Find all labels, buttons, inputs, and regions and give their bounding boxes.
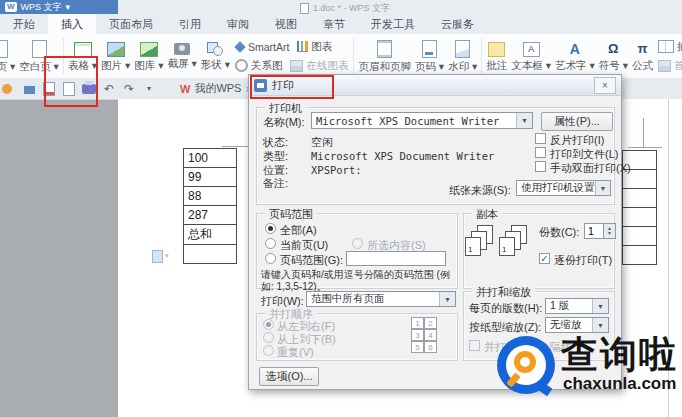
collate-checkbox[interactable]: ✓ — [539, 253, 550, 264]
order-left-right-radio — [263, 319, 274, 330]
options-button[interactable]: 选项(O)... — [259, 367, 319, 386]
printer-type-value: Microsoft XPS Document Writer — [311, 150, 494, 162]
undo-icon: ↶ — [104, 82, 114, 96]
magnifier-icon — [514, 351, 536, 373]
page-range-hint: 请键入页码和/或用逗号分隔的页码范围 (例如: 1,3,5-12)。 — [261, 269, 453, 293]
drop-cap-button: 首字下沉 — [658, 59, 682, 73]
relation-chart-button[interactable]: 关系图 — [235, 59, 283, 73]
watermark-button[interactable]: 水印 ▾ — [446, 40, 479, 72]
omega-icon: Ω — [599, 41, 628, 57]
manual-duplex-label: 手动双面打印(X) — [550, 161, 631, 176]
table-cell[interactable]: 100 — [184, 149, 237, 168]
object-group: 插入数字 对象 ▾ 首字下沉 附件 — [655, 40, 682, 73]
redo-button[interactable]: ↷ — [120, 81, 138, 97]
tab-home[interactable]: 开始 — [0, 14, 48, 34]
page-range-input[interactable] — [346, 251, 446, 266]
ribbon-tab-bar: 开始 插入 页面布局 引用 审阅 视图 章节 开发工具 云服务 — [0, 14, 682, 34]
status-dot-icon — [2, 84, 12, 94]
tab-section[interactable]: 章节 — [310, 14, 358, 34]
chart-button[interactable]: 图表 — [297, 40, 332, 54]
insert-number-button[interactable]: 插入数字 — [658, 40, 682, 54]
table-cell[interactable] — [623, 227, 657, 246]
header-footer-button[interactable]: 页眉和页脚 — [356, 40, 413, 72]
tab-view[interactable]: 视图 — [262, 14, 310, 34]
table-guide-mark — [628, 147, 662, 148]
comment-button[interactable]: 批注 — [484, 42, 509, 71]
chaxunla-watermark: 查询啦 chaxunla.com — [497, 328, 682, 408]
diagram-group: SmartArt 图表 关系图 在线图表 — [232, 40, 352, 73]
smartart-button[interactable]: SmartArt — [235, 41, 289, 53]
tab-insert[interactable]: 插入 — [48, 14, 96, 34]
relation-chart-icon — [235, 59, 248, 72]
tab-references[interactable]: 引用 — [166, 14, 214, 34]
printer-comment-label: 备注: — [263, 176, 288, 191]
wps-app-menu[interactable]: W WPS 文字 ▾ — [0, 0, 118, 14]
order-preview-grid: 12 34 56 — [411, 317, 437, 353]
table-cell[interactable]: 88 — [184, 187, 237, 206]
tab-developer[interactable]: 开发工具 — [358, 14, 428, 34]
print-to-file-label: 打印到文件(L) — [550, 147, 618, 162]
range-selection-radio — [352, 238, 363, 249]
formula-button[interactable]: π 公式 — [630, 41, 655, 71]
ribbon-separator — [481, 38, 482, 74]
copies-spinner[interactable]: ▲▼ — [603, 223, 616, 239]
tab-review[interactable]: 审阅 — [214, 14, 262, 34]
undo-button[interactable]: ↶ — [100, 81, 118, 97]
tab-page-layout[interactable]: 页面布局 — [96, 14, 166, 34]
chart-icon — [297, 41, 308, 52]
reverse-print-checkbox[interactable] — [535, 133, 546, 144]
order-repeat-radio — [263, 345, 274, 356]
table-cell[interactable]: 99 — [184, 168, 237, 187]
page-break-button[interactable]: 分页 ▾ — [0, 40, 17, 72]
table-cell[interactable]: 287 — [184, 206, 237, 225]
document-table-left[interactable]: 100 99 88 287 总和 — [183, 148, 237, 264]
pages-per-sheet-select[interactable]: 1 版 ▼ — [545, 298, 609, 314]
printer-name-label: 名称(M): — [263, 115, 305, 130]
table-cell[interactable] — [623, 246, 657, 265]
printer-properties-button[interactable]: 属性(P)... — [541, 112, 613, 131]
text-box-button[interactable]: A 文本框 ▾ — [509, 42, 553, 71]
printer-status-value: 空闲 — [311, 135, 333, 150]
symbol-button[interactable]: Ω 符号 ▾ — [597, 41, 630, 71]
gallery-icon — [140, 42, 158, 57]
reverse-print-label: 反片打印(I) — [550, 133, 604, 148]
range-all-radio[interactable] — [265, 223, 276, 234]
tab-my-wps[interactable]: W 我的WPS × — [172, 78, 260, 99]
combo-arrow-icon: ▼ — [439, 292, 455, 306]
range-pages-radio[interactable] — [265, 253, 276, 264]
table-cell[interactable] — [184, 245, 237, 264]
floating-caret-icon: ▾ — [165, 252, 169, 260]
pages-per-sheet-label: 每页的版数(H): — [469, 301, 542, 316]
picture-button[interactable]: 图片 ▾ — [99, 42, 132, 71]
paper-source-select[interactable]: 使用打印机设置 ▼ — [516, 180, 611, 196]
tab-cloud[interactable]: 云服务 — [428, 14, 487, 34]
table-cell[interactable] — [623, 208, 657, 227]
range-current-radio[interactable] — [265, 238, 276, 249]
range-pages-label: 页码范围(G): — [280, 253, 343, 268]
wordart-button[interactable]: A 艺术字 ▾ — [553, 41, 597, 71]
gallery-button[interactable]: 图库 ▾ — [132, 42, 165, 71]
page-number-button[interactable]: 页码 ▾ — [413, 40, 446, 72]
print-what-select[interactable]: 范围中所有页面 ▼ — [306, 291, 456, 307]
order-repeat-label: 重复(V) — [277, 345, 314, 360]
app-menu-caret-icon: ▾ — [66, 2, 71, 12]
table-cell[interactable] — [623, 189, 657, 208]
dialog-close-button[interactable]: × — [594, 77, 616, 94]
shapes-button[interactable]: 形状 ▾ — [199, 42, 232, 70]
page-number-icon — [422, 40, 437, 58]
floating-page-icon[interactable] — [152, 250, 163, 263]
manual-duplex-checkbox[interactable] — [535, 161, 546, 172]
online-chart-button: 在线图表 — [290, 59, 348, 73]
table-cell[interactable]: 总和 — [184, 225, 237, 245]
toolbar-options-button[interactable]: ▾ — [140, 81, 158, 97]
screenshot-icon — [174, 43, 190, 55]
table-icon — [74, 42, 92, 57]
printer-name-select[interactable]: Microsoft XPS Document Writer ▼ — [311, 112, 533, 129]
paper-source-label: 纸张来源(S): — [449, 183, 511, 198]
watermark-domain: chaxunla.com — [563, 374, 676, 394]
copies-count-input[interactable] — [584, 223, 604, 239]
print-to-file-checkbox[interactable] — [535, 147, 546, 158]
screenshot-button[interactable]: 截屏 ▾ — [166, 43, 199, 69]
wordart-icon: A — [555, 41, 595, 57]
save-button[interactable] — [20, 81, 38, 97]
